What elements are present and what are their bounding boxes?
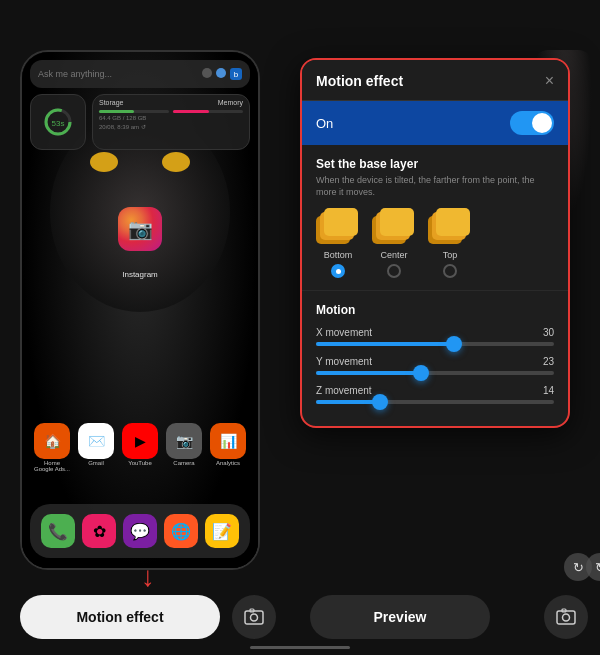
base-layer-title: Set the base layer xyxy=(316,157,554,171)
slider-y-value: 23 xyxy=(543,356,554,367)
dock-messages[interactable]: 💬 xyxy=(123,514,157,548)
slider-y-row: Y movement 23 xyxy=(316,356,554,375)
phone-icon-1 xyxy=(202,68,212,78)
slider-y-fill xyxy=(316,371,421,375)
svg-rect-6 xyxy=(557,611,575,624)
dock-phone[interactable]: 📞 xyxy=(41,514,75,548)
slider-z-thumb[interactable] xyxy=(372,394,388,410)
app-label-analytics: Analytics xyxy=(216,460,240,466)
app-row-1: 🏠 HomeGoogle Ads... ✉️ Gmail ▶ YouTube 📷… xyxy=(26,423,254,472)
slider-x-row: X movement 30 xyxy=(316,327,554,346)
home-indicator xyxy=(250,646,350,649)
layer-top-label: Top xyxy=(443,250,458,260)
layer-bottom-label: Bottom xyxy=(324,250,353,260)
app-item-camera[interactable]: 📷 Camera xyxy=(164,423,204,472)
search-text: Ask me anything... xyxy=(38,69,202,79)
motion-effect-panel: Motion effect × On Set the base layer Wh… xyxy=(300,58,570,428)
red-arrow: ↓ xyxy=(141,561,155,593)
slider-z-value: 14 xyxy=(543,385,554,396)
slider-y-name: Y movement xyxy=(316,356,372,367)
toggle-knob xyxy=(532,113,552,133)
phone-icons: b xyxy=(202,68,242,80)
layer-option-center[interactable]: Center xyxy=(372,208,416,278)
photo-button-left[interactable] xyxy=(232,595,276,639)
slider-z-track[interactable] xyxy=(316,400,554,404)
svg-text:53s: 53s xyxy=(52,119,65,128)
dock-browser[interactable]: 🌐 xyxy=(164,514,198,548)
refresh-icon-right[interactable]: ↻ xyxy=(564,553,592,581)
layer-options: Bottom Center Top xyxy=(316,208,554,278)
slider-x-fill xyxy=(316,342,454,346)
layer-bottom-radio[interactable] xyxy=(331,264,345,278)
app-grid: 🏠 HomeGoogle Ads... ✉️ Gmail ▶ YouTube 📷… xyxy=(26,423,254,478)
app-item-home[interactable]: 🏠 HomeGoogle Ads... xyxy=(32,423,72,472)
widget-row: 53s Storage Memory 64.4 GB / 128 GB xyxy=(30,94,250,150)
slider-y-thumb[interactable] xyxy=(413,365,429,381)
app-widgets: 53s Storage Memory 64.4 GB / 128 GB xyxy=(30,94,250,156)
widget-clock: 53s xyxy=(30,94,86,150)
panel-header: Motion effect × xyxy=(302,60,568,101)
layer-center-radio[interactable] xyxy=(387,264,401,278)
widget-storage: Storage Memory 64.4 GB / 128 GB 20/08, 8… xyxy=(92,94,250,150)
photo-button-right[interactable] xyxy=(544,595,588,639)
dock-notes[interactable]: 📝 xyxy=(205,514,239,548)
app-item-analytics[interactable]: 📊 Analytics xyxy=(208,423,248,472)
base-layer-section: Set the base layer When the device is ti… xyxy=(302,145,568,291)
slider-x-value: 30 xyxy=(543,327,554,338)
preview-label: Preview xyxy=(374,609,427,625)
motion-effect-label: Motion effect xyxy=(76,609,163,625)
slider-z-fill xyxy=(316,400,380,404)
app-label-home: HomeGoogle Ads... xyxy=(34,460,70,472)
app-label-youtube: YouTube xyxy=(128,460,152,466)
preview-button[interactable]: Preview xyxy=(310,595,490,639)
panel-title: Motion effect xyxy=(316,73,403,89)
dock-bixby[interactable]: ✿ xyxy=(82,514,116,548)
phone-dock: 📞 ✿ 💬 🌐 📝 xyxy=(30,504,250,558)
svg-point-4 xyxy=(251,614,258,621)
app-label-gmail: Gmail xyxy=(88,460,104,466)
instagram-label: Instagram xyxy=(122,270,158,279)
motion-title: Motion xyxy=(316,303,554,317)
toggle-label: On xyxy=(316,116,333,131)
toggle-row: On xyxy=(302,101,568,145)
motion-effect-button[interactable]: Motion effect xyxy=(20,595,220,639)
layer-option-bottom[interactable]: Bottom xyxy=(316,208,360,278)
phone-icon-2 xyxy=(216,68,226,78)
base-layer-desc: When the device is tilted, the farther f… xyxy=(316,175,554,198)
app-label-camera: Camera xyxy=(173,460,194,466)
phone-icon-3: b xyxy=(230,68,242,80)
slider-z-header: Z movement 14 xyxy=(316,385,554,396)
slider-z-row: Z movement 14 xyxy=(316,385,554,404)
slider-y-header: Y movement 23 xyxy=(316,356,554,367)
phone-search-bar[interactable]: Ask me anything... b xyxy=(30,60,250,88)
tiger-eyes xyxy=(80,152,200,182)
slider-x-header: X movement 30 xyxy=(316,327,554,338)
app-item-gmail[interactable]: ✉️ Gmail xyxy=(76,423,116,472)
slider-x-thumb[interactable] xyxy=(446,336,462,352)
motion-section: Motion X movement 30 Y movement 23 xyxy=(302,291,568,426)
slider-x-name: X movement xyxy=(316,327,372,338)
slider-z-name: Z movement xyxy=(316,385,372,396)
phone-left: Ask me anything... b 53s St xyxy=(20,50,260,570)
slider-x-track[interactable] xyxy=(316,342,554,346)
phone-screen: Ask me anything... b 53s St xyxy=(22,52,258,568)
svg-rect-3 xyxy=(245,611,263,624)
instagram-icon[interactable]: 📷 xyxy=(118,207,162,251)
panel-close-button[interactable]: × xyxy=(545,72,554,90)
svg-point-7 xyxy=(563,614,570,621)
slider-y-track[interactable] xyxy=(316,371,554,375)
app-item-youtube[interactable]: ▶ YouTube xyxy=(120,423,160,472)
layer-top-radio[interactable] xyxy=(443,264,457,278)
layer-center-label: Center xyxy=(380,250,407,260)
toggle-switch[interactable] xyxy=(510,111,554,135)
layer-option-top[interactable]: Top xyxy=(428,208,472,278)
